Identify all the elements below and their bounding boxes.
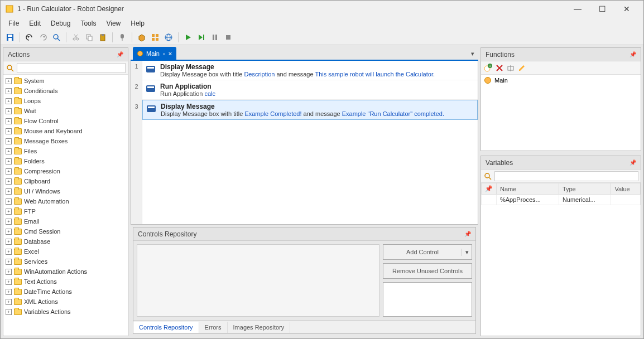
column-header[interactable]: Name <box>497 183 559 195</box>
expand-icon[interactable]: + <box>6 269 12 275</box>
cut-icon[interactable] <box>70 31 82 43</box>
tree-item[interactable]: +Clipboard <box>3 176 128 186</box>
functions-list[interactable]: Main <box>481 75 641 151</box>
search-icon[interactable] <box>6 64 15 72</box>
close-button[interactable]: ✕ <box>614 1 639 17</box>
expand-icon[interactable]: + <box>6 108 12 114</box>
tree-item[interactable]: +Wait <box>3 106 128 116</box>
step-row[interactable]: Display MessageDisplay Message box with … <box>142 100 478 120</box>
expand-icon[interactable]: + <box>6 239 12 245</box>
expand-icon[interactable]: + <box>6 128 12 134</box>
expand-icon[interactable]: + <box>6 259 12 265</box>
expand-icon[interactable]: + <box>6 98 12 104</box>
globe-icon[interactable] <box>162 31 175 43</box>
menu-view[interactable]: View <box>102 18 125 28</box>
add-control-button[interactable]: Add Control ▾ <box>383 244 472 260</box>
pin-icon[interactable]: 📌 <box>629 51 636 58</box>
function-item[interactable]: Main <box>481 75 641 86</box>
box-icon[interactable] <box>136 31 148 43</box>
tree-item[interactable]: +XML Actions <box>3 297 128 307</box>
menu-file[interactable]: File <box>4 18 23 28</box>
expand-icon[interactable]: + <box>6 188 12 195</box>
expand-icon[interactable]: + <box>6 209 12 215</box>
tree-item[interactable]: +Loops <box>3 96 128 106</box>
expand-icon[interactable]: + <box>6 279 12 285</box>
tree-item[interactable]: +Text Actions <box>3 277 128 287</box>
variables-table[interactable]: 📌NameTypeValue %AppProces...Numerical... <box>481 183 641 205</box>
pin-icon[interactable]: 📌 <box>117 51 123 58</box>
tree-item[interactable]: +Web Automation <box>3 196 128 206</box>
tree-item[interactable]: +Database <box>3 236 128 246</box>
expand-icon[interactable]: + <box>6 249 12 255</box>
menu-help[interactable]: Help <box>126 18 149 28</box>
delete-function-icon[interactable] <box>496 64 503 72</box>
windows-icon[interactable] <box>149 31 161 43</box>
copy-icon[interactable] <box>83 31 95 43</box>
run-icon[interactable] <box>182 31 194 43</box>
tree-item[interactable]: +WinAutomation Actions <box>3 267 128 277</box>
actions-tree[interactable]: +System+Conditionals+Loops+Wait+Flow Con… <box>3 75 128 336</box>
pin-icon[interactable]: 📌 <box>629 159 636 166</box>
search-icon[interactable] <box>483 172 492 181</box>
tree-item[interactable]: +Cmd Session <box>3 226 128 236</box>
minimize-button[interactable]: — <box>565 1 590 17</box>
run-step-icon[interactable] <box>195 31 208 43</box>
rename-function-icon[interactable] <box>507 64 515 72</box>
tree-item[interactable]: +Variables Actions <box>3 307 128 317</box>
expand-icon[interactable]: + <box>6 309 12 315</box>
tree-item[interactable]: +Excel <box>3 246 128 256</box>
expand-icon[interactable]: + <box>6 168 12 175</box>
controls-tree[interactable] <box>137 244 379 317</box>
tree-item[interactable]: +Email <box>3 216 128 226</box>
pin-column[interactable]: 📌 <box>482 183 497 195</box>
tree-item[interactable]: +Services <box>3 256 128 267</box>
menu-tools[interactable]: Tools <box>76 18 100 28</box>
remove-unused-button[interactable]: Remove Unused Controls <box>383 263 472 279</box>
actions-search-input[interactable] <box>17 63 126 73</box>
expand-icon[interactable]: + <box>6 198 12 205</box>
tree-item[interactable]: +Folders <box>3 156 128 166</box>
expand-icon[interactable]: + <box>6 158 12 164</box>
column-header[interactable]: Value <box>611 183 641 195</box>
tree-item[interactable]: +UI / Windows <box>3 186 128 196</box>
expand-icon[interactable]: + <box>6 138 12 144</box>
expand-icon[interactable]: + <box>6 229 12 235</box>
steps-list[interactable]: Display MessageDisplay Message box with … <box>142 61 478 224</box>
expand-icon[interactable]: + <box>6 178 12 185</box>
menu-debug[interactable]: Debug <box>46 18 75 28</box>
menu-edit[interactable]: Edit <box>25 18 45 28</box>
add-function-icon[interactable]: + <box>483 64 492 72</box>
variable-row[interactable]: %AppProces...Numerical... <box>482 195 641 205</box>
tree-item[interactable]: +Message Boxes <box>3 136 128 146</box>
bottom-tab[interactable]: Errors <box>199 322 228 333</box>
recorder-icon[interactable] <box>116 31 128 43</box>
bottom-tab[interactable]: Images Repository <box>228 322 291 333</box>
tree-item[interactable]: +Flow Control <box>3 116 128 126</box>
find-icon[interactable] <box>50 31 63 43</box>
tree-item[interactable]: +System <box>3 76 128 86</box>
expand-icon[interactable]: + <box>6 289 12 295</box>
column-header[interactable]: Type <box>559 183 611 195</box>
expand-icon[interactable]: + <box>6 78 12 84</box>
step-row[interactable]: Display MessageDisplay Message box with … <box>142 61 478 80</box>
tab-overflow-icon[interactable]: ▾ <box>467 50 478 57</box>
tab-close-icon[interactable]: × <box>169 50 172 57</box>
tab-pin-icon[interactable]: ▫ <box>163 50 165 57</box>
tree-item[interactable]: +FTP <box>3 206 128 216</box>
paste-icon[interactable] <box>97 31 109 43</box>
pin-icon[interactable]: 📌 <box>464 231 471 238</box>
bottom-tab[interactable]: Controls Repository <box>133 322 199 333</box>
tree-item[interactable]: +Conditionals <box>3 86 128 96</box>
save-icon[interactable] <box>4 31 16 43</box>
variables-search-input[interactable] <box>494 171 638 181</box>
maximize-button[interactable]: ☐ <box>590 1 614 17</box>
tree-item[interactable]: +Files <box>3 146 128 156</box>
pause-icon[interactable] <box>209 31 221 43</box>
stop-icon[interactable] <box>222 31 234 43</box>
tree-item[interactable]: +Compression <box>3 166 128 176</box>
expand-icon[interactable]: + <box>6 219 12 225</box>
dropdown-icon[interactable]: ▾ <box>462 249 472 256</box>
tree-item[interactable]: +DateTime Actions <box>3 287 128 297</box>
step-row[interactable]: Run ApplicationRun Application calc <box>142 80 478 100</box>
tree-item[interactable]: +Mouse and Keyboard <box>3 126 128 136</box>
